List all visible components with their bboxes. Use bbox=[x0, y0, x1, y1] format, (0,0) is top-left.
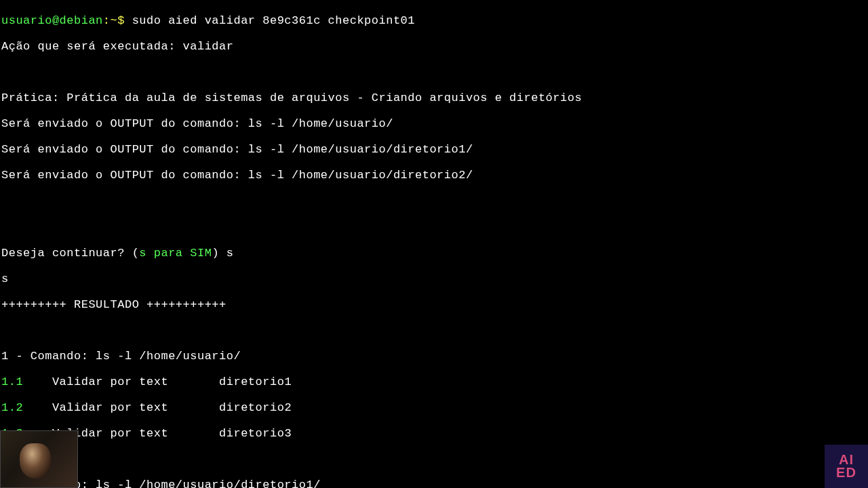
pratica-line: Prática: Prática da aula de sistemas de … bbox=[1, 92, 868, 104]
item-mid: Validar por text bbox=[23, 375, 219, 388]
result-header: +++++++++ RESULTADO +++++++++++ bbox=[1, 298, 868, 311]
logo-line2: ED bbox=[836, 466, 856, 479]
section-header: 1 - Comando: ls -l /home/usuario/ bbox=[1, 350, 868, 363]
continue-question: Deseja continuar? ( bbox=[1, 247, 139, 260]
continue-end: ) s bbox=[212, 247, 233, 260]
output-cmd-line: Será enviado o OUTPUT do comando: ls -l … bbox=[1, 117, 868, 130]
output-cmd-line: Será enviado o OUTPUT do comando: ls -l … bbox=[1, 169, 868, 182]
webcam-overlay bbox=[0, 430, 78, 488]
action-line: Ação que será executada: validar bbox=[1, 40, 868, 53]
continue-hint: s para SIM bbox=[139, 247, 212, 260]
item-num: 1.1 bbox=[1, 375, 23, 388]
item-val: diretorio3 bbox=[219, 427, 292, 440]
item-num: 1.2 bbox=[1, 401, 23, 414]
prompt-cwd: :~$ bbox=[103, 14, 125, 27]
command-text: sudo aied validar 8e9c361c checkpoint01 bbox=[125, 14, 415, 27]
terminal-output[interactable]: usuario@debian:~$ sudo aied validar 8e9c… bbox=[0, 0, 868, 488]
prompt-user-host: usuario@debian bbox=[1, 14, 103, 27]
user-input: s bbox=[1, 272, 868, 285]
item-val: diretorio1 bbox=[219, 375, 292, 388]
section-header: 2 - Comando: ls -l /home/usuario/diretor… bbox=[1, 479, 868, 488]
item-val: diretorio2 bbox=[219, 401, 292, 414]
item-mid: Validar por text bbox=[23, 401, 219, 414]
aied-logo: AI ED bbox=[825, 445, 868, 488]
output-cmd-line: Será enviado o OUTPUT do comando: ls -l … bbox=[1, 143, 868, 156]
